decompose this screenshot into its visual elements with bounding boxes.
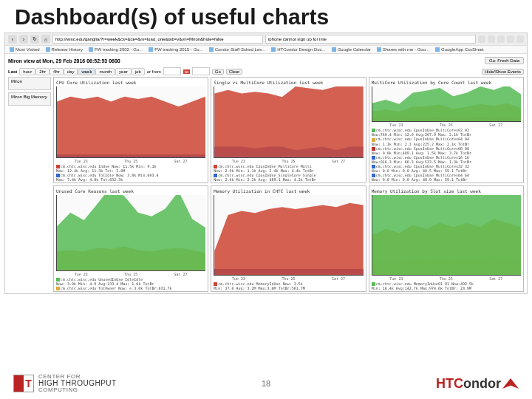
chart-legend: cm.chtc.wisc.edu CpusInUse_MultiCore Mul… <box>211 163 365 183</box>
bookmark-item[interactable]: HTCondor Design Doc... <box>271 47 325 52</box>
bookmark-item[interactable]: Shares with me - Goo... <box>377 47 429 52</box>
bookmark-item[interactable]: Most Visited <box>10 47 40 52</box>
bookmark-item[interactable]: FW tracking 2002 - Go... <box>89 47 143 52</box>
download-icon[interactable] <box>478 35 485 43</box>
chart-plot <box>214 86 363 158</box>
page-content: Miron view at Mon, 29 Feb 2016 06:52:53 … <box>5 54 527 293</box>
chart-title: Memory Utilization in CHTC last week <box>211 188 365 194</box>
chart-card: Unused Core Reasons last weekTue 23Thu 2… <box>53 185 208 292</box>
chart-legend: cm.chtc.wisc.edu MemoryInUse Now: 3.5kMi… <box>211 281 365 291</box>
chart-title: Single vs MultiCore Utilization last wee… <box>211 79 365 86</box>
slide-footer: T CENTER FOR HIGH THROUGHPUT COMPUTING 1… <box>0 368 532 399</box>
bookmark-icon[interactable] <box>488 35 495 43</box>
clear-button[interactable]: Clear <box>226 69 242 75</box>
time-seg-4hr[interactable]: 4hr <box>50 68 64 75</box>
to-label: to <box>183 69 190 74</box>
chart-plot <box>372 195 521 276</box>
bird-icon <box>502 378 519 389</box>
bookmark-item[interactable]: Google Calendar <box>332 47 371 52</box>
chart-card: MultiCore Utilization by Core Count last… <box>369 77 524 183</box>
sidebar-item-miron[interactable]: Miron <box>8 77 51 90</box>
forward-button[interactable]: › <box>19 35 28 44</box>
sidebar: Miron Miron Big Memory <box>8 77 51 292</box>
time-seg-2hr[interactable]: 2hr <box>35 68 50 75</box>
home-button[interactable]: ⌂ <box>41 35 50 44</box>
chtc-logo: T CENTER FOR HIGH THROUGHPUT COMPUTING <box>13 374 117 393</box>
time-seg-day[interactable]: day <box>64 68 78 75</box>
chart-plot <box>372 86 521 122</box>
page-number: 18 <box>262 379 270 388</box>
time-seg-hour[interactable]: hour <box>19 68 35 75</box>
htcondor-logo: HTCondor <box>436 376 519 392</box>
browser-search-input[interactable] <box>265 35 476 44</box>
bookmark-item[interactable]: Condor Staff Sched Les... <box>209 47 266 52</box>
chart-plot <box>214 195 363 276</box>
menu-icon[interactable] <box>516 35 524 43</box>
chart-card: Memory Utilization in CHTC last weekTue … <box>211 185 366 292</box>
url-input[interactable] <box>52 35 263 44</box>
or-from-label: or from <box>147 69 161 74</box>
chart-title: Memory Utilization by Slot size last wee… <box>369 188 523 194</box>
to-input[interactable] <box>192 67 210 75</box>
chart-plot <box>56 86 205 158</box>
sidebar-item-big-memory[interactable]: Miron Big Memory <box>8 92 51 106</box>
chart-title: CPU Core Utilization last week <box>54 79 208 86</box>
charts-grid: CPU Core Utilization last weekTue 23Thu … <box>53 77 524 292</box>
hide-show-events-button[interactable]: Hide/Show Events <box>482 69 524 75</box>
chart-card: Memory Utilization by Slot size last wee… <box>369 185 524 292</box>
extension-icon[interactable] <box>497 35 505 43</box>
chart-title: MultiCore Utilization by Core Count last… <box>369 79 523 86</box>
extension-icon-2[interactable] <box>507 35 514 43</box>
time-controls: Last hour2hr4hrdayweekmonthyearjob or fr… <box>8 66 524 77</box>
time-seg-year[interactable]: year <box>115 68 132 75</box>
chart-card: CPU Core Utilization last weekTue 23Thu … <box>53 77 208 183</box>
logo-sub-text: COMPUTING <box>38 386 78 393</box>
chart-legend: cm.chtc.wisc.edu InUse Now: 11.5k Min: 9… <box>54 163 208 183</box>
time-seg-month[interactable]: month <box>95 68 115 75</box>
chart-legend: cm.chtc.wisc.edu MemoryInUse01 01 Now:49… <box>369 281 523 291</box>
reload-button[interactable]: ↻ <box>30 35 39 44</box>
chart-legend: cm.chtc.wisc.edu CpusInUse_MultiCores02 … <box>369 127 523 183</box>
address-bar: ‹ › ↻ ⌂ <box>5 33 527 46</box>
bookmarks-bar: Most VisitedRelease HistoryFW tracking 2… <box>5 46 527 54</box>
chart-card: Single vs MultiCore Utilization last wee… <box>211 77 366 183</box>
time-seg-week[interactable]: week <box>78 68 95 75</box>
from-input[interactable] <box>163 67 181 75</box>
last-label: Last <box>8 69 17 74</box>
browser-window: ‹ › ↻ ⌂ Most VisitedRelease HistoryFW tr… <box>4 33 528 294</box>
slide-title: Dashboard(s) of useful charts <box>0 0 532 33</box>
fresh-data-button[interactable]: Go: Fresh Data <box>485 57 524 64</box>
bookmark-item[interactable]: GoogleApp CssSheet <box>435 47 484 52</box>
view-title: Miron view at Mon, 29 Feb 2016 06:52:53 … <box>8 58 120 64</box>
back-button[interactable]: ‹ <box>8 35 17 44</box>
time-seg-job[interactable]: job <box>132 68 145 75</box>
bookmark-item[interactable]: Release History <box>46 47 83 52</box>
chart-legend: cm.chtc.wisc.edu UnusedInUse_IdleIdleNow… <box>54 276 208 291</box>
bookmark-item[interactable]: FW tracking 2015 - Go... <box>149 47 202 52</box>
chart-plot <box>56 195 205 271</box>
chart-title: Unused Core Reasons last week <box>54 188 208 194</box>
go-button[interactable]: Go <box>212 69 224 75</box>
